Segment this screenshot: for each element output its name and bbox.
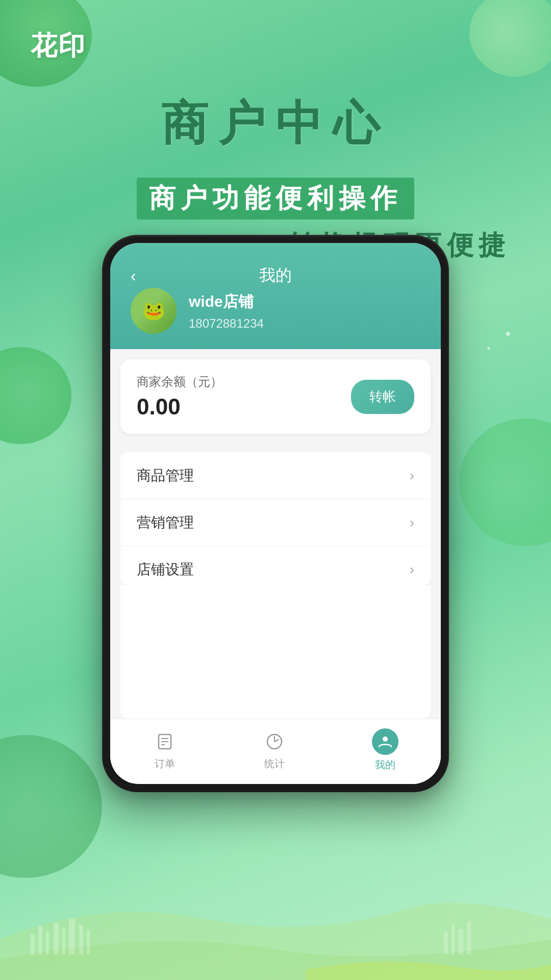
svg-rect-8: [444, 932, 448, 954]
svg-rect-11: [467, 921, 471, 954]
transfer-button[interactable]: 转帐: [351, 380, 414, 414]
phone-header: ‹ 我的 🐸 wide店铺 18072881234: [110, 243, 441, 349]
user-phone: 18072881234: [189, 316, 264, 331]
avatar: 🐸: [131, 288, 177, 334]
balance-label: 商家余额（元）: [137, 374, 222, 390]
svg-point-17: [383, 737, 388, 742]
chevron-store-settings-icon: ›: [410, 561, 414, 578]
user-section: 🐸 wide店铺 18072881234: [131, 288, 420, 334]
tab-orders-label: 订单: [155, 757, 175, 771]
phone-screen: ‹ 我的 🐸 wide店铺 18072881234 商家余额（元） 0.00: [110, 243, 441, 784]
profile-icon-circle: [372, 728, 398, 755]
tab-orders[interactable]: 订单: [153, 729, 177, 771]
svg-rect-9: [452, 925, 455, 954]
main-title: 商户中心: [0, 92, 551, 155]
user-name: wide店铺: [189, 291, 264, 312]
bg-blob-mid-left: [0, 347, 71, 444]
bottom-hills: [0, 837, 551, 980]
nav-wrapper: ‹ 我的: [131, 263, 420, 288]
tab-stats[interactable]: 统计: [262, 729, 287, 771]
menu-item-marketing[interactable]: 营销管理 ›: [120, 499, 431, 546]
svg-rect-7: [87, 930, 90, 954]
menu-section: 商品管理 › 营销管理 › 店铺设置 › 外卖设置 › 语音通知 ›: [120, 452, 431, 585]
tab-bar: 订单 统计: [110, 719, 441, 784]
sub-title-1: 商户功能便利操作: [137, 178, 414, 219]
back-button[interactable]: ‹: [131, 266, 136, 285]
svg-rect-0: [31, 934, 35, 954]
phone-frame: ‹ 我的 🐸 wide店铺 18072881234 商家余额（元） 0.00: [102, 235, 449, 792]
user-info: wide店铺 18072881234: [189, 291, 264, 331]
svg-rect-10: [458, 929, 463, 954]
menu-item-marketing-label: 营销管理: [137, 513, 194, 532]
app-logo: 花印: [31, 28, 86, 64]
svg-rect-6: [79, 925, 83, 954]
spacer: [120, 585, 431, 719]
nav-title: 我的: [259, 264, 292, 287]
tab-profile-label: 我的: [375, 758, 395, 772]
sparkle-2: [487, 347, 490, 350]
menu-item-products-label: 商品管理: [137, 466, 194, 485]
svg-rect-3: [54, 923, 59, 954]
stats-icon: [262, 729, 287, 754]
sparkle-1: [506, 332, 510, 336]
tab-profile[interactable]: 我的: [372, 728, 398, 772]
svg-rect-1: [38, 926, 42, 954]
balance-amount: 0.00: [137, 394, 222, 420]
chevron-marketing-icon: ›: [410, 514, 414, 531]
phone-wrapper: ‹ 我的 🐸 wide店铺 18072881234 商家余额（元） 0.00: [102, 235, 449, 792]
svg-rect-2: [46, 932, 49, 954]
balance-left: 商家余额（元） 0.00: [137, 374, 222, 420]
chevron-products-icon: ›: [410, 468, 414, 484]
menu-item-products[interactable]: 商品管理 ›: [120, 452, 431, 499]
menu-item-store-settings-label: 店铺设置: [137, 560, 194, 579]
balance-card: 商家余额（元） 0.00 转帐: [120, 359, 431, 434]
bg-blob-top-right: [469, 0, 551, 77]
menu-item-store-settings[interactable]: 店铺设置 ›: [120, 546, 431, 585]
svg-rect-5: [69, 919, 75, 954]
bg-blob-mid-right: [459, 419, 551, 546]
order-icon: [153, 729, 177, 754]
svg-rect-4: [62, 928, 65, 954]
tab-stats-label: 统计: [264, 757, 285, 771]
